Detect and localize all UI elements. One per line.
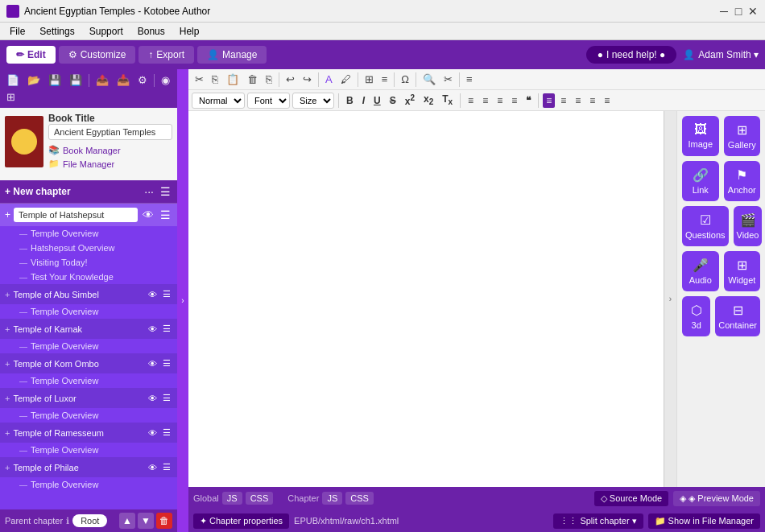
philae-view-btn[interactable]: 👁 — [147, 460, 159, 474]
customize-button[interactable]: ⚙ Customize — [59, 46, 136, 64]
preview-mode-button[interactable]: ◈ ◈ Preview Mode — [673, 491, 760, 506]
luxor-menu-btn[interactable]: ☰ — [161, 391, 172, 405]
sub-item-ramesseum-overview[interactable]: —Temple Overview — [0, 443, 177, 457]
3d-button[interactable]: ⬡ 3d — [682, 296, 710, 336]
sub-item-abu-simbel-overview[interactable]: —Temple Overview — [0, 304, 177, 319]
paste-btn[interactable]: 📋 — [223, 72, 242, 87]
image-button[interactable]: 🖼 Image — [682, 116, 719, 156]
export-button[interactable]: ↑ Export — [139, 46, 194, 64]
size-select[interactable]: Size — [292, 93, 334, 109]
sub-item-hatshepsut-overview[interactable]: —Hatshepsut Overview — [0, 241, 177, 255]
chapter-menu-btn[interactable]: ☰ — [159, 184, 172, 200]
sub-item-luxor-overview[interactable]: —Temple Overview — [0, 408, 177, 423]
unordered-list-btn[interactable]: ≡ — [465, 93, 477, 108]
font-color-btn[interactable]: A — [322, 72, 336, 87]
abu-simbel-menu-btn[interactable]: ☰ — [161, 287, 172, 301]
global-js-btn[interactable]: JS — [222, 492, 242, 505]
editor-content[interactable] — [188, 111, 664, 487]
align-justify-btn[interactable]: ≡ — [586, 93, 598, 108]
chapter-kom-ombo[interactable]: + Temple of Kom Ombo 👁 ☰ — [0, 353, 177, 373]
symbol-btn[interactable]: Ω — [398, 72, 412, 87]
table2-btn[interactable]: ≡ — [378, 72, 391, 87]
chapter-karnak[interactable]: + Temple of Karnak 👁 ☰ — [0, 319, 177, 339]
close-button[interactable]: ✕ — [747, 6, 759, 17]
edit-button[interactable]: ✏ Edit — [6, 46, 56, 64]
sidebar-export-btn[interactable]: 📤 — [93, 72, 112, 88]
redo-btn[interactable]: ↪ — [300, 72, 315, 87]
sidebar-new-btn[interactable]: 📄 — [3, 72, 23, 88]
strikethrough-btn[interactable]: S — [387, 93, 399, 108]
user-button[interactable]: 👤 Adam Smith ▾ — [683, 49, 759, 60]
menu-settings[interactable]: Settings — [33, 24, 81, 39]
maximize-button[interactable]: □ — [733, 6, 744, 17]
sub-item-temple-overview[interactable]: —Temple Overview — [0, 226, 177, 241]
chapter-luxor[interactable]: + Temple of Luxor 👁 ☰ — [0, 388, 177, 408]
root-button[interactable]: Root — [72, 514, 107, 527]
chapter-css-btn[interactable]: CSS — [345, 492, 374, 505]
link-button[interactable]: 🔗 Link — [682, 161, 719, 201]
outdent-btn[interactable]: ≡ — [494, 93, 506, 108]
global-css-btn[interactable]: CSS — [246, 492, 274, 505]
kom-ombo-menu-btn[interactable]: ☰ — [161, 357, 172, 370]
menu-help[interactable]: Help — [173, 24, 206, 39]
manage-button[interactable]: 👤 Manage — [197, 46, 267, 64]
blockquote-btn[interactable]: ❝ — [523, 93, 534, 108]
abu-simbel-view-btn[interactable]: 👁 — [147, 287, 159, 301]
sidebar-save2-btn[interactable]: 💾 — [66, 72, 85, 88]
ramesseum-view-btn[interactable]: 👁 — [147, 426, 159, 439]
new-chapter-button[interactable]: + New chapter — [5, 186, 71, 197]
help-button[interactable]: ● I need help! ● — [586, 46, 677, 64]
chapter-js-btn[interactable]: JS — [322, 492, 342, 505]
anchor-button[interactable]: ⚑ Anchor — [724, 161, 761, 201]
questions-button[interactable]: ☑ Questions — [682, 206, 729, 246]
chapter-abu-simbel[interactable]: + Temple of Abu Simbel 👁 ☰ — [0, 284, 177, 304]
font-select[interactable]: Font — [247, 93, 290, 109]
menu-file[interactable]: File — [3, 24, 31, 39]
container-button[interactable]: ⊟ Container — [715, 296, 760, 336]
kom-ombo-view-btn[interactable]: 👁 — [147, 357, 159, 370]
delete-fmt-btn[interactable]: 🗑 — [244, 72, 261, 87]
source-btn[interactable]: ≡ — [463, 72, 476, 87]
split-chapter-button[interactable]: ⋮⋮ Split chapter ▾ — [553, 513, 643, 529]
chapter-philae[interactable]: + Temple of Philae 👁 ☰ — [0, 457, 177, 477]
clear-format-btn[interactable]: Tx — [439, 92, 456, 108]
sidebar-misc1-btn[interactable]: ◉ — [158, 72, 173, 88]
ramesseum-menu-btn[interactable]: ☰ — [161, 426, 172, 439]
karnak-view-btn[interactable]: 👁 — [147, 322, 159, 336]
copy-btn[interactable]: ⎘ — [209, 72, 221, 87]
show-in-file-manager-button[interactable]: 📁 Show in File Manager — [648, 513, 760, 529]
active-chapter-view-btn[interactable]: 👁 — [141, 207, 155, 223]
align-right-btn[interactable]: ≡ — [572, 93, 584, 108]
subscript-btn[interactable]: x2 — [420, 92, 436, 108]
paste-special-btn[interactable]: ⎘ — [263, 72, 275, 87]
highlight-btn[interactable]: 🖊 — [337, 72, 354, 87]
luxor-view-btn[interactable]: 👁 — [147, 391, 159, 405]
move-up-btn[interactable]: ▲ — [119, 513, 135, 529]
align-center-btn[interactable]: ≡ — [557, 93, 569, 108]
source-mode-button[interactable]: ◇ Source Mode — [594, 491, 668, 506]
sub-item-test-knowledge[interactable]: —Test Your Knowledge — [0, 270, 177, 284]
sidebar-open-btn[interactable]: 📂 — [24, 72, 43, 88]
sidebar-save-btn[interactable]: 💾 — [45, 72, 64, 88]
audio-button[interactable]: 🎤 Audio — [682, 251, 719, 291]
replace-btn[interactable]: ✂ — [440, 72, 456, 87]
active-chapter-input[interactable] — [14, 208, 138, 222]
superscript-btn[interactable]: x2 — [402, 92, 418, 109]
sub-item-philae-overview[interactable]: —Temple Overview — [0, 477, 177, 492]
menu-bonus[interactable]: Bonus — [131, 24, 172, 39]
active-chapter-menu-btn[interactable]: ☰ — [159, 207, 172, 223]
karnak-menu-btn[interactable]: ☰ — [161, 322, 172, 336]
underline-btn[interactable]: U — [370, 93, 384, 108]
bold-btn[interactable]: B — [343, 93, 357, 108]
indent-btn[interactable]: ≡ — [508, 93, 520, 108]
toolbar-expand[interactable]: › — [664, 111, 676, 487]
sub-item-karnak-overview[interactable]: —Temple Overview — [0, 339, 177, 353]
book-name-dropdown[interactable]: Ancient Egyptian Temples — [48, 124, 172, 140]
sidebar-settings-btn[interactable]: ⚙ — [134, 72, 151, 88]
table-btn[interactable]: ⊞ — [362, 72, 377, 87]
minimize-button[interactable]: ─ — [718, 6, 730, 17]
sidebar-misc2-btn[interactable]: ⊞ — [3, 89, 19, 105]
video-button[interactable]: 🎬 Video — [734, 206, 763, 246]
book-manager-link[interactable]: 📚 Book Manager — [48, 143, 172, 157]
rtl-btn[interactable]: ≡ — [601, 93, 613, 108]
